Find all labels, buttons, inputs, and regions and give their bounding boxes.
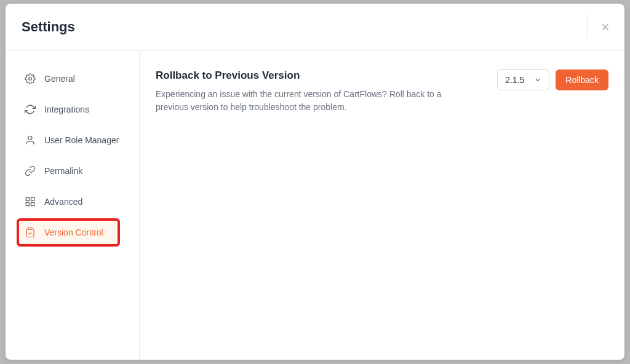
- refresh-icon: [25, 104, 36, 115]
- sidebar-item-user-role[interactable]: User Role Manager: [6, 126, 139, 154]
- svg-point-2: [29, 77, 32, 81]
- sidebar-item-label: Permalink: [44, 166, 82, 176]
- rollback-button[interactable]: Rollback: [556, 69, 608, 90]
- svg-rect-6: [31, 203, 34, 206]
- settings-modal: Settings General In: [6, 4, 624, 360]
- content-area: Rollback to Previous Version Experiencin…: [140, 51, 624, 360]
- sidebar-item-label: General: [44, 74, 75, 84]
- modal-title: Settings: [22, 19, 75, 35]
- close-icon: [600, 22, 611, 33]
- clipboard-check-icon: [25, 227, 36, 238]
- version-select[interactable]: 2.1.5: [497, 69, 549, 90]
- svg-rect-5: [31, 197, 34, 200]
- sidebar-item-label: Integrations: [44, 105, 89, 114]
- gear-icon: [25, 73, 36, 84]
- svg-rect-4: [26, 197, 29, 200]
- sidebar-item-integrations[interactable]: Integrations: [6, 95, 139, 124]
- sidebar-item-label: Version Control: [44, 228, 103, 237]
- sidebar-item-label: User Role Manager: [44, 135, 119, 145]
- sidebar-item-general[interactable]: General: [6, 65, 139, 93]
- sidebar-item-version-control[interactable]: Version Control: [17, 218, 120, 247]
- sidebar: General Integrations User Role Manager: [6, 51, 140, 360]
- sidebar-item-advanced[interactable]: Advanced: [6, 188, 139, 216]
- svg-rect-8: [28, 228, 32, 230]
- content-text: Rollback to Previous Version Experiencin…: [156, 69, 472, 114]
- version-select-value: 2.1.5: [505, 75, 524, 85]
- modal-body: General Integrations User Role Manager: [6, 51, 624, 360]
- content-title: Rollback to Previous Version: [156, 69, 472, 82]
- user-icon: [25, 135, 36, 146]
- sidebar-item-label: Advanced: [44, 197, 82, 207]
- close-button[interactable]: [587, 15, 612, 39]
- svg-rect-7: [26, 203, 29, 206]
- grid-icon: [25, 196, 36, 207]
- chevron-down-icon: [534, 76, 541, 84]
- modal-header: Settings: [6, 4, 624, 51]
- link-icon: [25, 165, 36, 176]
- content-description: Experiencing an issue with the current v…: [156, 88, 472, 114]
- content-actions: 2.1.5 Rollback: [497, 69, 608, 90]
- sidebar-item-permalink[interactable]: Permalink: [6, 157, 139, 185]
- svg-point-3: [28, 136, 32, 140]
